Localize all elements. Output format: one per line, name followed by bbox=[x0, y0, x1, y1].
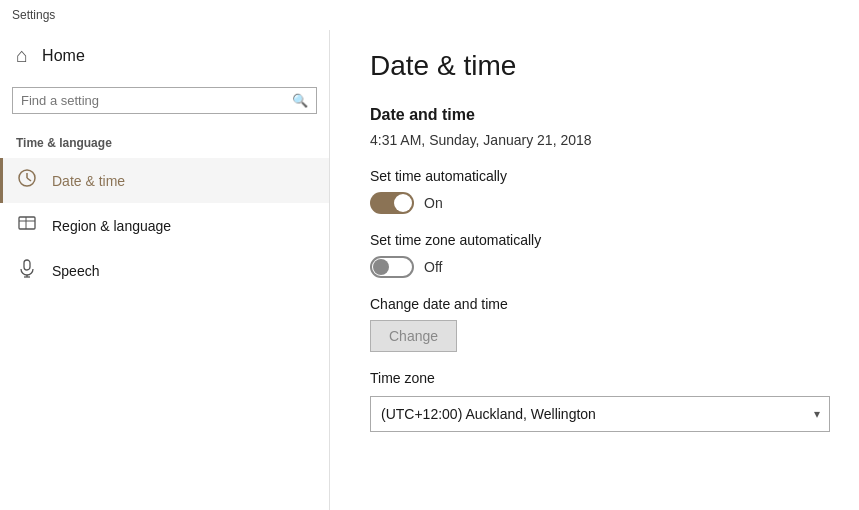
set-time-automatically-toggle[interactable] bbox=[370, 192, 414, 214]
title-bar: Settings bbox=[0, 0, 859, 30]
toggle-thumb-on bbox=[394, 194, 412, 212]
time-zone-label: Time zone bbox=[370, 370, 819, 386]
search-icon: 🔍 bbox=[292, 93, 308, 108]
home-item[interactable]: ⌂ Home bbox=[0, 30, 329, 81]
set-time-automatically-toggle-row: On bbox=[370, 192, 819, 214]
set-timezone-automatically-row: Set time zone automatically Off bbox=[370, 232, 819, 278]
sidebar-item-region-language-label: Region & language bbox=[52, 218, 171, 234]
app-title: Settings bbox=[12, 8, 55, 22]
svg-rect-6 bbox=[24, 260, 30, 270]
set-timezone-automatically-label: Set time zone automatically bbox=[370, 232, 819, 248]
time-zone-row: Time zone (UTC+12:00) Auckland, Wellingt… bbox=[370, 370, 819, 432]
set-time-automatically-state: On bbox=[424, 195, 443, 211]
speech-icon bbox=[16, 258, 38, 283]
sidebar: ⌂ Home 🔍 Time & language Date & time bbox=[0, 30, 330, 510]
set-timezone-automatically-toggle-row: Off bbox=[370, 256, 819, 278]
search-box[interactable]: 🔍 bbox=[12, 87, 317, 114]
set-time-automatically-row: Set time automatically On bbox=[370, 168, 819, 214]
main-content: Date & time Date and time 4:31 AM, Sunda… bbox=[330, 30, 859, 510]
sidebar-item-speech-label: Speech bbox=[52, 263, 99, 279]
change-date-time-row: Change date and time Change bbox=[370, 296, 819, 352]
search-input[interactable] bbox=[21, 93, 286, 108]
sidebar-item-speech[interactable]: Speech bbox=[0, 248, 329, 293]
sidebar-item-date-time[interactable]: Date & time bbox=[0, 158, 329, 203]
app-container: ⌂ Home 🔍 Time & language Date & time bbox=[0, 30, 859, 510]
set-time-automatically-label: Set time automatically bbox=[370, 168, 819, 184]
set-timezone-automatically-state: Off bbox=[424, 259, 442, 275]
sidebar-section-label: Time & language bbox=[0, 130, 329, 158]
section-title: Date and time bbox=[370, 106, 819, 124]
region-language-icon bbox=[16, 213, 38, 238]
sidebar-item-date-time-label: Date & time bbox=[52, 173, 125, 189]
home-icon: ⌂ bbox=[16, 44, 28, 67]
sidebar-item-region-language[interactable]: Region & language bbox=[0, 203, 329, 248]
date-time-icon bbox=[16, 168, 38, 193]
svg-line-2 bbox=[27, 178, 31, 181]
current-datetime: 4:31 AM, Sunday, January 21, 2018 bbox=[370, 132, 819, 148]
timezone-select-wrapper: (UTC+12:00) Auckland, Wellington ( UTC+1… bbox=[370, 396, 830, 432]
svg-rect-3 bbox=[19, 217, 35, 229]
set-timezone-automatically-toggle[interactable] bbox=[370, 256, 414, 278]
toggle-thumb-off bbox=[373, 259, 389, 275]
change-button[interactable]: Change bbox=[370, 320, 457, 352]
change-date-time-label: Change date and time bbox=[370, 296, 819, 312]
home-label: Home bbox=[42, 47, 85, 65]
page-title: Date & time bbox=[370, 50, 819, 82]
timezone-select[interactable]: (UTC+12:00) Auckland, Wellington ( UTC+1… bbox=[370, 396, 830, 432]
